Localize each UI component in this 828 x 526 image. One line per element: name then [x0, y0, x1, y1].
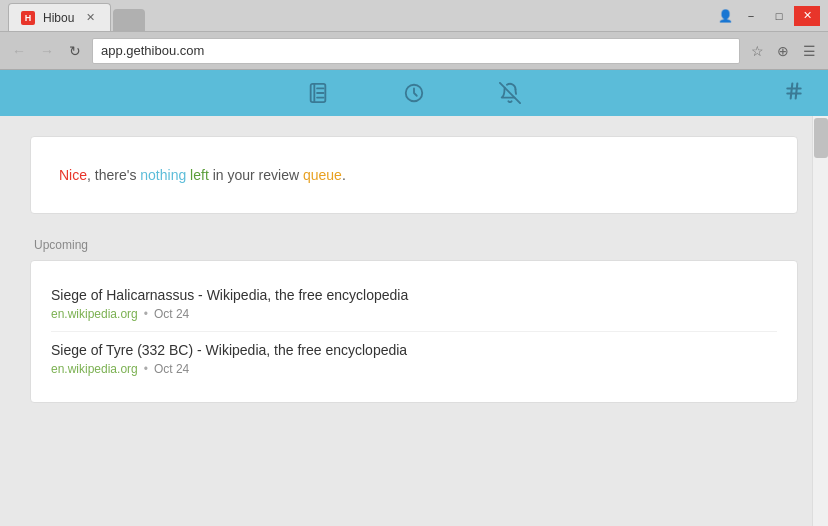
item-date: Oct 24 — [154, 307, 189, 321]
message-in: in your review — [209, 167, 303, 183]
message-nothing: nothing — [140, 167, 186, 183]
browser-window: H Hibou ✕ 👤 − □ ✕ ← → ↻ app.gethibou.com… — [0, 0, 828, 526]
item-meta: en.wikipedia.org • Oct 24 — [51, 307, 777, 321]
browser-tab[interactable]: H Hibou ✕ — [8, 3, 111, 31]
item-source: en.wikipedia.org — [51, 307, 138, 321]
upcoming-card: Siege of Halicarnassus - Wikipedia, the … — [30, 260, 798, 403]
tab-title: Hibou — [43, 11, 74, 25]
nav-icon-group: ☆ ⊕ ☰ — [746, 40, 820, 62]
svg-line-10 — [796, 83, 798, 98]
title-bar: H Hibou ✕ 👤 − □ ✕ — [0, 0, 828, 32]
bell-off-nav-button[interactable] — [492, 75, 528, 111]
tab-close-button[interactable]: ✕ — [82, 10, 98, 26]
hash-icon — [784, 81, 804, 101]
back-button[interactable]: ← — [8, 40, 30, 62]
maximize-button[interactable]: □ — [766, 6, 792, 26]
upcoming-label: Upcoming — [30, 238, 798, 252]
item-meta: en.wikipedia.org • Oct 24 — [51, 362, 777, 376]
bookmark-button[interactable]: ⊕ — [772, 40, 794, 62]
list-item: Siege of Tyre (332 BC) - Wikipedia, the … — [51, 332, 777, 386]
review-message-box: Nice, there's nothing left in your revie… — [30, 136, 798, 214]
url-text: app.gethibou.com — [101, 43, 204, 58]
item-date: Oct 24 — [154, 362, 189, 376]
message-comma: , there's — [87, 167, 140, 183]
forward-button[interactable]: → — [36, 40, 58, 62]
tab-favicon: H — [21, 11, 35, 25]
meta-dot: • — [144, 362, 148, 376]
scrollbar-track[interactable] — [812, 116, 828, 526]
clock-icon — [403, 82, 425, 104]
notebook-nav-button[interactable] — [300, 75, 336, 111]
app-header — [0, 70, 828, 116]
nav-bar: ← → ↻ app.gethibou.com ☆ ⊕ ☰ — [0, 32, 828, 70]
close-button[interactable]: ✕ — [794, 6, 820, 26]
svg-line-6 — [500, 83, 520, 103]
message-left: left — [190, 167, 209, 183]
item-title: Siege of Tyre (332 BC) - Wikipedia, the … — [51, 342, 777, 358]
menu-button[interactable]: ☰ — [798, 40, 820, 62]
message-period: . — [342, 167, 346, 183]
window-controls: − □ ✕ — [738, 6, 820, 26]
profile-button[interactable]: 👤 — [712, 6, 738, 26]
notebook-icon — [307, 82, 329, 104]
bell-off-icon — [499, 82, 521, 104]
meta-dot: • — [144, 307, 148, 321]
hash-nav-button[interactable] — [784, 81, 804, 106]
tab-area: H Hibou ✕ — [8, 0, 712, 31]
profile-icon: 👤 — [718, 9, 733, 23]
main-content: Nice, there's nothing left in your revie… — [0, 116, 828, 526]
list-item: Siege of Halicarnassus - Wikipedia, the … — [51, 277, 777, 332]
scrollbar-thumb[interactable] — [814, 118, 828, 158]
svg-line-9 — [791, 83, 793, 98]
minimize-button[interactable]: − — [738, 6, 764, 26]
item-title: Siege of Halicarnassus - Wikipedia, the … — [51, 287, 777, 303]
clock-nav-button[interactable] — [396, 75, 432, 111]
message-queue: queue — [303, 167, 342, 183]
bookmark-star-button[interactable]: ☆ — [746, 40, 768, 62]
item-source: en.wikipedia.org — [51, 362, 138, 376]
address-bar[interactable]: app.gethibou.com — [92, 38, 740, 64]
reload-button[interactable]: ↻ — [64, 40, 86, 62]
message-nice: Nice — [59, 167, 87, 183]
